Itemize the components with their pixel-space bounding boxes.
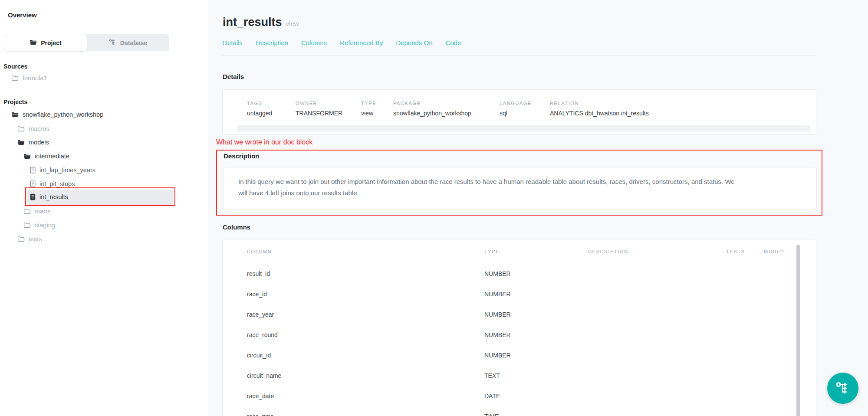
sidebar-item-label: tests bbox=[29, 236, 42, 242]
field-value: view bbox=[361, 110, 393, 117]
description-line: In this query we want to join out other … bbox=[238, 176, 801, 187]
details-field-tags: TAGSuntagged bbox=[247, 101, 296, 117]
table-row-circuit_name[interactable]: circuit_nameTEXT bbox=[247, 365, 792, 386]
table-row-race_round[interactable]: race_roundNUMBER bbox=[247, 324, 792, 345]
tab-columns[interactable]: Columns bbox=[301, 39, 327, 46]
field-label: LANGUAGE bbox=[500, 101, 550, 106]
sidebar-item-staging[interactable]: staging bbox=[0, 218, 208, 232]
folder-closed-icon bbox=[23, 222, 31, 228]
cell-type: DATE bbox=[484, 393, 588, 400]
column-header-description: DESCRIPTION bbox=[588, 249, 726, 254]
sidebar-item-label: intermediate bbox=[35, 153, 69, 160]
sidebar-item-label: models bbox=[29, 139, 49, 146]
details-field-relation: RELATIONANALYTICS.dbt_hwatson.int_result… bbox=[550, 101, 649, 117]
view-toggle: Project Database bbox=[4, 34, 169, 51]
sidebar-item-tests[interactable]: tests bbox=[0, 232, 208, 246]
table-scrollbar[interactable] bbox=[796, 245, 800, 416]
details-heading: Details bbox=[223, 73, 244, 80]
details-field-owner: OWNERTRANSFORMER bbox=[296, 101, 361, 117]
field-label: OWNER bbox=[296, 101, 361, 106]
columns-card: COLUMNTYPEDESCRIPTIONTESTSMORE? result_i… bbox=[222, 239, 816, 416]
page-subtitle: view bbox=[286, 20, 299, 27]
cell-type: NUMBER bbox=[484, 352, 588, 359]
field-label: TYPE bbox=[361, 101, 393, 106]
file-icon bbox=[30, 167, 36, 174]
folder-open-icon bbox=[17, 139, 25, 145]
cell-column: race_time bbox=[247, 413, 484, 416]
field-label: PACKAGE bbox=[393, 101, 500, 106]
sidebar-item-intermediate[interactable]: intermediate bbox=[0, 149, 208, 163]
sidebar-item-formula1[interactable]: formula1 bbox=[0, 71, 208, 85]
field-label: RELATION bbox=[550, 101, 649, 106]
details-collapsed-strip bbox=[237, 125, 810, 132]
toggle-project[interactable]: Project bbox=[4, 34, 87, 51]
sidebar-item-label: int_lap_times_years bbox=[39, 167, 95, 174]
overview-title: Overview bbox=[8, 11, 37, 19]
annotation-red-box-description: Description In this query we want to joi… bbox=[216, 150, 822, 216]
sidebar-item-label: marts bbox=[35, 208, 50, 215]
folder-open-icon bbox=[11, 111, 19, 118]
description-card: In this query we want to join out other … bbox=[223, 167, 817, 209]
header-divider bbox=[222, 56, 817, 56]
details-field-language: LANGUAGEsql bbox=[500, 101, 550, 117]
cell-column: circuit_id bbox=[247, 352, 484, 359]
annotation-text: What we wrote in our doc block bbox=[216, 138, 312, 147]
page-title-row: int_results view bbox=[223, 16, 299, 29]
tab-bar: DetailsDescriptionColumnsReferenced ByDe… bbox=[223, 39, 461, 46]
field-value: untagged bbox=[247, 110, 296, 117]
sidebar-item-label: macros bbox=[29, 125, 49, 132]
toggle-database[interactable]: Database bbox=[87, 34, 169, 51]
cell-column: result_id bbox=[247, 270, 484, 277]
cell-column: race_round bbox=[247, 331, 484, 338]
column-header-type: TYPE bbox=[484, 249, 588, 254]
folder-closed-icon bbox=[11, 75, 19, 81]
column-header-column: COLUMN bbox=[247, 249, 484, 254]
sidebar-item-label: snowflake_python_workshop bbox=[23, 111, 103, 118]
folder-closed-icon bbox=[17, 126, 25, 132]
lineage-graph-icon bbox=[835, 381, 850, 396]
table-row-result_id[interactable]: result_idNUMBER bbox=[247, 263, 792, 284]
cell-type: NUMBER bbox=[484, 270, 588, 277]
sidebar-item-snowflake_python_workshop[interactable]: snowflake_python_workshop bbox=[0, 108, 208, 121]
cell-column: circuit_name bbox=[247, 372, 484, 379]
folder-closed-icon bbox=[23, 208, 31, 214]
folder-open-icon bbox=[23, 153, 31, 159]
columns-table-header: COLUMNTYPEDESCRIPTIONTESTSMORE? bbox=[247, 249, 792, 254]
cell-type: TEXT bbox=[484, 372, 588, 379]
table-row-race_time[interactable]: race_timeTIME bbox=[247, 406, 792, 416]
cell-type: NUMBER bbox=[484, 331, 588, 338]
lineage-graph-button[interactable] bbox=[827, 373, 858, 404]
tab-details[interactable]: Details bbox=[223, 39, 243, 46]
tab-referenced-by[interactable]: Referenced By bbox=[340, 39, 383, 46]
sidebar-item-int_lap_times_years[interactable]: int_lap_times_years bbox=[0, 163, 208, 177]
tab-code[interactable]: Code bbox=[446, 39, 461, 46]
tab-description[interactable]: Description bbox=[256, 39, 288, 46]
table-row-circuit_id[interactable]: circuit_idNUMBER bbox=[247, 345, 792, 365]
sidebar-item-label: int_pit_stops bbox=[39, 180, 75, 187]
sidebar-item-macros[interactable]: macros bbox=[0, 122, 208, 136]
description-line: will have 4 left joins onto our results … bbox=[238, 187, 801, 199]
field-label: TAGS bbox=[247, 101, 296, 106]
main-content: int_results view DetailsDescriptionColum… bbox=[208, 0, 868, 416]
sidebar-item-marts[interactable]: marts bbox=[0, 204, 208, 218]
cell-type: TIME bbox=[484, 413, 588, 416]
sidebar-item-label: staging bbox=[35, 222, 55, 229]
cell-column: race_date bbox=[247, 393, 484, 400]
details-card: TAGSuntaggedOWNERTRANSFORMERTYPEviewPACK… bbox=[222, 89, 816, 134]
field-value: snowflake_python_workshop bbox=[393, 110, 500, 117]
cell-column: race_year bbox=[247, 311, 484, 318]
projects-section-label: Projects bbox=[3, 98, 27, 105]
details-field-type: TYPEview bbox=[361, 101, 393, 117]
toggle-database-label: Database bbox=[120, 39, 147, 46]
sidebar-item-models[interactable]: models bbox=[0, 135, 208, 149]
cell-type: NUMBER bbox=[484, 291, 588, 298]
field-value: sql bbox=[500, 110, 550, 117]
tab-depends-on[interactable]: Depends On bbox=[396, 39, 432, 46]
description-heading: Description bbox=[224, 152, 260, 160]
column-header-tests: TESTS bbox=[726, 249, 764, 254]
cell-type: NUMBER bbox=[484, 311, 588, 318]
columns-table-body: result_idNUMBERrace_idNUMBERrace_yearNUM… bbox=[247, 263, 792, 416]
table-row-race_date[interactable]: race_dateDATE bbox=[247, 386, 792, 406]
table-row-race_year[interactable]: race_yearNUMBER bbox=[247, 304, 792, 324]
table-row-race_id[interactable]: race_idNUMBER bbox=[247, 284, 792, 304]
